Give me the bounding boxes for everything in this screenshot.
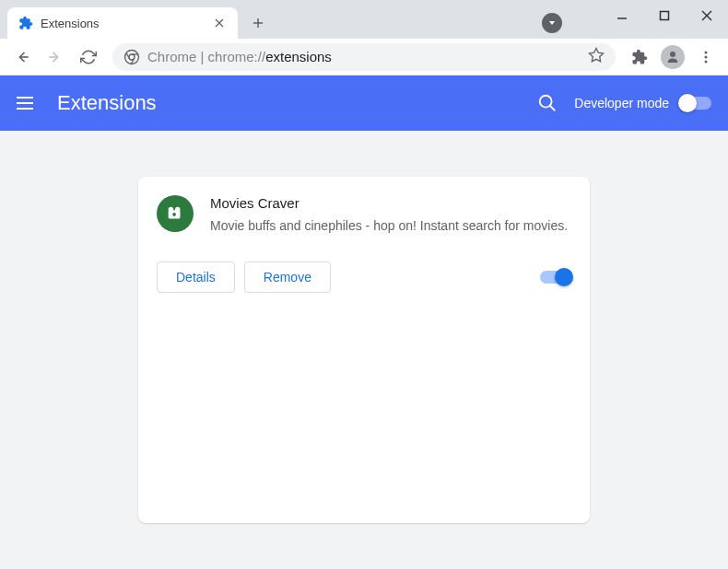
tab-close-button[interactable]: [212, 16, 227, 30]
avatar-icon: [661, 45, 685, 69]
chrome-icon: [123, 49, 140, 65]
svg-point-24: [169, 207, 174, 213]
page-info-indicator[interactable]: [542, 13, 562, 33]
extensions-button[interactable]: [625, 42, 654, 72]
toggle-knob: [555, 268, 573, 286]
url-text: Chrome | chrome://extensions: [147, 49, 332, 64]
svg-point-17: [670, 52, 675, 57]
page-title: Extensions: [57, 91, 537, 115]
svg-rect-1: [661, 12, 669, 20]
svg-point-21: [540, 96, 552, 108]
extension-card: Movies Craver Movie buffs and cinephiles…: [138, 177, 590, 523]
new-tab-button[interactable]: [245, 10, 271, 36]
search-button[interactable]: [537, 93, 558, 113]
developer-mode-toggle[interactable]: [680, 97, 711, 110]
tab-title: Extensions: [41, 17, 205, 30]
reload-button[interactable]: [74, 42, 103, 72]
extension-enable-toggle[interactable]: [540, 271, 571, 284]
hamburger-menu-button[interactable]: [17, 92, 39, 114]
back-button[interactable]: [7, 42, 37, 72]
svg-marker-8: [549, 21, 555, 25]
menu-button[interactable]: [691, 42, 721, 72]
details-button[interactable]: Details: [157, 261, 235, 293]
svg-marker-16: [590, 48, 604, 61]
svg-point-18: [705, 51, 708, 53]
remove-button[interactable]: Remove: [244, 261, 331, 293]
puzzle-icon: [18, 16, 33, 30]
extension-description: Movie buffs and cinephiles - hop on! Ins…: [210, 216, 571, 236]
extension-icon: [157, 195, 194, 232]
svg-point-19: [705, 55, 708, 58]
close-window-button[interactable]: [686, 0, 728, 31]
svg-point-25: [175, 207, 181, 213]
minimize-button[interactable]: [601, 0, 643, 31]
content-area: Movies Craver Movie buffs and cinephiles…: [0, 131, 728, 569]
browser-toolbar: Chrome | chrome://extensions: [0, 39, 728, 75]
developer-mode-label: Developer mode: [574, 96, 669, 110]
browser-tab[interactable]: Extensions: [7, 7, 238, 39]
forward-button[interactable]: [41, 42, 70, 72]
address-bar[interactable]: Chrome | chrome://extensions: [112, 43, 616, 71]
profile-button[interactable]: [658, 42, 687, 72]
bookmark-star-icon[interactable]: [588, 47, 605, 67]
extension-name: Movies Craver: [210, 195, 571, 211]
maximize-button[interactable]: [643, 0, 686, 31]
toggle-knob: [678, 94, 697, 112]
svg-point-20: [705, 60, 708, 63]
window-controls: [601, 0, 728, 31]
svg-line-22: [550, 106, 556, 111]
extensions-header: Extensions Developer mode: [0, 75, 728, 131]
svg-point-26: [172, 213, 176, 216]
